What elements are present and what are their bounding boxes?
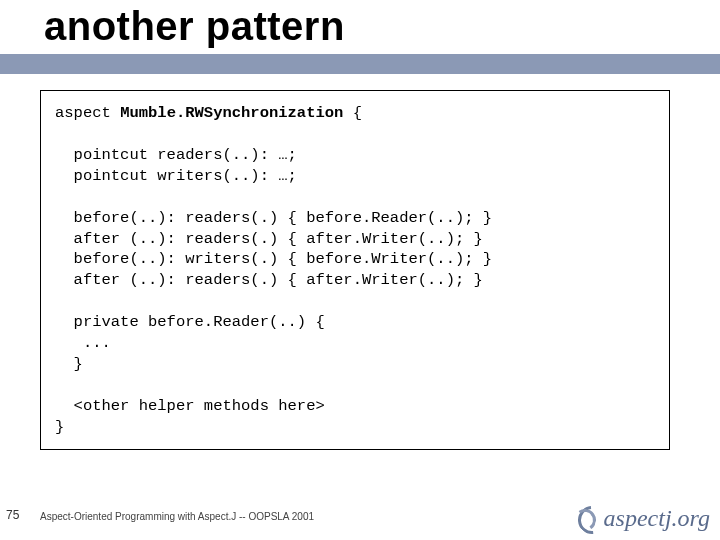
code-line: before(..): readers(.) { before.Reader(.…: [55, 209, 492, 227]
code-bold: Mumble.RWSynchronization: [120, 104, 343, 122]
slide: another pattern aspect Mumble.RWSynchron…: [0, 0, 720, 540]
footer-text: Aspect-Oriented Programming with Aspect.…: [40, 511, 314, 522]
code-text: {: [343, 104, 362, 122]
code-block: aspect Mumble.RWSynchronization { pointc…: [40, 90, 670, 450]
code-line: after (..): readers(.) { after.Writer(..…: [55, 230, 483, 248]
slide-number: 75: [6, 508, 19, 522]
code-line: after (..): readers(.) { after.Writer(..…: [55, 271, 483, 289]
code-kw: aspect: [55, 104, 120, 122]
logo-swirl-icon: [572, 504, 604, 532]
code-line: }: [55, 355, 83, 373]
code-line: ...: [55, 334, 111, 352]
logo-text: aspectj.org: [604, 505, 710, 532]
code-line: <other helper methods here>: [55, 397, 325, 415]
aspectj-logo: aspectj.org: [572, 504, 710, 532]
code-line: pointcut readers(..): …;: [55, 146, 297, 164]
code-content: aspect Mumble.RWSynchronization { pointc…: [55, 103, 661, 438]
code-line: before(..): writers(.) { before.Writer(.…: [55, 250, 492, 268]
code-line: private before.Reader(..) {: [55, 313, 325, 331]
slide-title: another pattern: [44, 4, 345, 49]
code-line: pointcut writers(..): …;: [55, 167, 297, 185]
code-line: }: [55, 418, 64, 436]
header-band: [0, 54, 720, 74]
